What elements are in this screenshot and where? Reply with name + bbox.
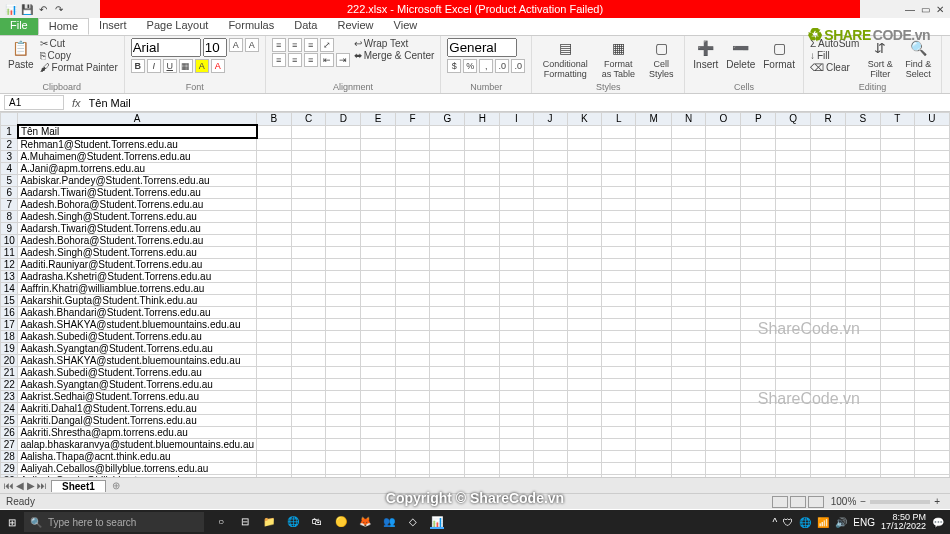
cell[interactable] (671, 427, 706, 439)
cell[interactable] (395, 187, 429, 199)
taskbar-search[interactable]: 🔍 Type here to search (24, 512, 204, 532)
firefox-icon[interactable]: 🦊 (358, 516, 372, 529)
cell[interactable] (880, 451, 914, 463)
cell[interactable] (811, 259, 846, 271)
row-header[interactable]: 27 (1, 439, 18, 451)
cell[interactable] (430, 343, 465, 355)
cell[interactable] (326, 247, 361, 259)
cell[interactable] (257, 427, 292, 439)
cell[interactable] (430, 331, 465, 343)
cell[interactable] (326, 403, 361, 415)
cell[interactable] (500, 319, 533, 331)
cell[interactable] (636, 259, 671, 271)
cell[interactable] (326, 187, 361, 199)
indent-inc-icon[interactable]: ⇥ (336, 53, 350, 67)
cell[interactable] (914, 391, 949, 403)
column-header[interactable]: E (361, 113, 396, 126)
cell[interactable] (636, 451, 671, 463)
cell[interactable] (567, 211, 602, 223)
cell[interactable] (880, 463, 914, 475)
cell[interactable]: Aakash.Syangtan@Student.Torrens.edu.au (18, 343, 257, 355)
cell[interactable] (326, 223, 361, 235)
cell[interactable] (430, 247, 465, 259)
cell[interactable] (500, 125, 533, 138)
cell[interactable] (880, 125, 914, 138)
cell[interactable] (602, 343, 636, 355)
cell[interactable] (395, 343, 429, 355)
cell[interactable] (500, 175, 533, 187)
cell[interactable] (776, 463, 811, 475)
cell[interactable] (395, 211, 429, 223)
cell[interactable] (914, 439, 949, 451)
cell[interactable] (361, 391, 396, 403)
cell[interactable] (880, 175, 914, 187)
cell[interactable] (671, 247, 706, 259)
cell[interactable]: Aakash.Syangtan@Student.Torrens.edu.au (18, 379, 257, 391)
cell[interactable] (671, 187, 706, 199)
cell[interactable] (602, 439, 636, 451)
cell[interactable] (430, 355, 465, 367)
cell[interactable] (706, 463, 741, 475)
cell[interactable] (741, 175, 776, 187)
cell[interactable] (602, 199, 636, 211)
column-header[interactable]: Q (776, 113, 811, 126)
cell[interactable] (533, 355, 567, 367)
cell[interactable] (291, 331, 326, 343)
cell[interactable] (776, 307, 811, 319)
cell[interactable]: Aakriti.Dangal@Student.Torrens.edu.au (18, 415, 257, 427)
cell[interactable] (845, 379, 880, 391)
cell[interactable] (500, 151, 533, 163)
cell[interactable] (257, 439, 292, 451)
cell[interactable] (361, 331, 396, 343)
cell[interactable] (776, 331, 811, 343)
cell[interactable] (636, 379, 671, 391)
tab-review[interactable]: Review (327, 18, 383, 35)
cell[interactable] (602, 451, 636, 463)
cell[interactable] (500, 163, 533, 175)
shield-icon[interactable]: 🛡 (783, 517, 793, 528)
cell[interactable] (776, 427, 811, 439)
align-center-icon[interactable]: ≡ (288, 53, 302, 67)
cell[interactable] (567, 355, 602, 367)
cell[interactable] (602, 211, 636, 223)
cell[interactable] (430, 463, 465, 475)
cell[interactable] (430, 307, 465, 319)
cell[interactable] (326, 427, 361, 439)
cell[interactable] (533, 175, 567, 187)
cell[interactable] (257, 175, 292, 187)
cell[interactable] (880, 475, 914, 478)
cell[interactable] (741, 259, 776, 271)
cell[interactable] (291, 125, 326, 138)
cell[interactable] (567, 125, 602, 138)
cell[interactable] (430, 391, 465, 403)
row-header[interactable]: 3 (1, 151, 18, 163)
cell[interactable] (636, 463, 671, 475)
cell[interactable] (845, 163, 880, 175)
cell[interactable] (602, 427, 636, 439)
notifications-icon[interactable]: 💬 (932, 517, 944, 528)
cell[interactable] (636, 319, 671, 331)
cell[interactable] (811, 235, 846, 247)
cell[interactable] (465, 271, 500, 283)
cell[interactable]: Aadesh.Singh@Student.Torrens.edu.au (18, 211, 257, 223)
cell[interactable] (361, 439, 396, 451)
cell[interactable] (533, 475, 567, 478)
cell[interactable] (567, 163, 602, 175)
cell[interactable] (811, 355, 846, 367)
cell[interactable] (567, 235, 602, 247)
cell[interactable] (567, 138, 602, 151)
cell[interactable] (845, 415, 880, 427)
cell[interactable] (257, 187, 292, 199)
cell[interactable] (706, 247, 741, 259)
cell[interactable] (602, 463, 636, 475)
row-header[interactable]: 9 (1, 223, 18, 235)
cell[interactable] (671, 415, 706, 427)
cell[interactable] (671, 391, 706, 403)
cell[interactable] (395, 163, 429, 175)
cell[interactable] (465, 307, 500, 319)
cell[interactable] (811, 439, 846, 451)
cell[interactable] (395, 427, 429, 439)
cell[interactable] (811, 163, 846, 175)
cell[interactable] (811, 271, 846, 283)
formula-input[interactable] (85, 96, 950, 110)
